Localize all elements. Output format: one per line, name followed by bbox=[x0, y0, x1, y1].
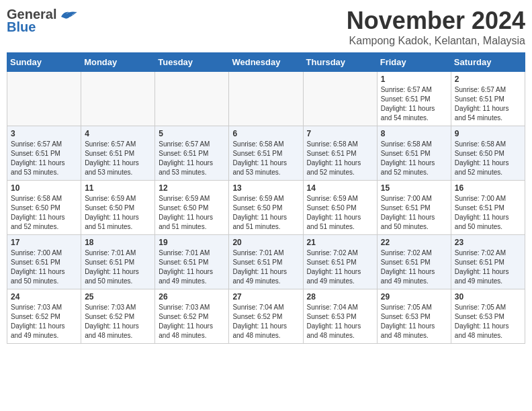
day-info: Sunrise: 7:02 AMSunset: 6:51 PMDaylight:… bbox=[307, 248, 373, 286]
day-number: 11 bbox=[85, 183, 151, 193]
calendar-cell: 4Sunrise: 6:57 AMSunset: 6:51 PMDaylight… bbox=[81, 126, 155, 181]
day-number: 15 bbox=[381, 183, 447, 193]
calendar-cell: 6Sunrise: 6:58 AMSunset: 6:51 PMDaylight… bbox=[229, 126, 303, 181]
location-title: Kampong Kadok, Kelantan, Malaysia bbox=[347, 35, 525, 47]
day-info: Sunrise: 7:04 AMSunset: 6:53 PMDaylight:… bbox=[307, 303, 373, 340]
calendar-week-row: 17Sunrise: 7:00 AMSunset: 6:51 PMDayligh… bbox=[7, 235, 525, 289]
day-number: 24 bbox=[11, 292, 77, 302]
calendar-cell: 30Sunrise: 7:05 AMSunset: 6:53 PMDayligh… bbox=[451, 289, 525, 344]
day-info: Sunrise: 7:03 AMSunset: 6:52 PMDaylight:… bbox=[159, 303, 225, 340]
weekday-header-friday: Friday bbox=[377, 53, 451, 72]
day-number: 5 bbox=[159, 129, 225, 138]
day-number: 16 bbox=[455, 183, 521, 193]
calendar-cell: 2Sunrise: 6:57 AMSunset: 6:51 PMDaylight… bbox=[451, 72, 525, 126]
day-info: Sunrise: 6:57 AMSunset: 6:51 PMDaylight:… bbox=[455, 85, 521, 123]
day-info: Sunrise: 7:01 AMSunset: 6:51 PMDaylight:… bbox=[159, 248, 225, 286]
calendar-cell bbox=[81, 72, 155, 126]
calendar-week-row: 3Sunrise: 6:57 AMSunset: 6:51 PMDaylight… bbox=[7, 126, 525, 181]
day-info: Sunrise: 6:57 AMSunset: 6:51 PMDaylight:… bbox=[381, 85, 447, 123]
day-info: Sunrise: 7:02 AMSunset: 6:51 PMDaylight:… bbox=[455, 248, 521, 286]
day-info: Sunrise: 6:59 AMSunset: 6:50 PMDaylight:… bbox=[232, 194, 299, 232]
day-number: 21 bbox=[307, 238, 373, 247]
day-number: 7 bbox=[307, 129, 373, 138]
calendar-cell: 22Sunrise: 7:02 AMSunset: 6:51 PMDayligh… bbox=[377, 235, 451, 289]
day-number: 23 bbox=[455, 238, 521, 247]
day-info: Sunrise: 7:05 AMSunset: 6:53 PMDaylight:… bbox=[455, 303, 521, 340]
calendar-cell: 25Sunrise: 7:03 AMSunset: 6:52 PMDayligh… bbox=[81, 289, 155, 344]
day-info: Sunrise: 6:58 AMSunset: 6:50 PMDaylight:… bbox=[11, 194, 77, 232]
calendar-table: SundayMondayTuesdayWednesdayThursdayFrid… bbox=[7, 52, 525, 344]
weekday-header-saturday: Saturday bbox=[451, 53, 525, 72]
day-info: Sunrise: 6:57 AMSunset: 6:51 PMDaylight:… bbox=[159, 140, 225, 177]
day-number: 29 bbox=[381, 292, 447, 302]
calendar-cell: 11Sunrise: 6:59 AMSunset: 6:50 PMDayligh… bbox=[81, 181, 155, 235]
day-info: Sunrise: 6:58 AMSunset: 6:50 PMDaylight:… bbox=[455, 140, 521, 177]
day-info: Sunrise: 6:57 AMSunset: 6:51 PMDaylight:… bbox=[11, 140, 77, 177]
day-info: Sunrise: 6:59 AMSunset: 6:50 PMDaylight:… bbox=[159, 194, 225, 232]
day-number: 19 bbox=[159, 238, 225, 247]
calendar-cell: 1Sunrise: 6:57 AMSunset: 6:51 PMDaylight… bbox=[377, 72, 451, 126]
calendar-cell: 21Sunrise: 7:02 AMSunset: 6:51 PMDayligh… bbox=[303, 235, 377, 289]
day-number: 3 bbox=[11, 129, 77, 138]
day-info: Sunrise: 6:58 AMSunset: 6:51 PMDaylight:… bbox=[381, 140, 447, 177]
day-info: Sunrise: 6:57 AMSunset: 6:51 PMDaylight:… bbox=[85, 140, 151, 177]
day-number: 4 bbox=[85, 129, 151, 138]
day-number: 25 bbox=[85, 292, 151, 302]
calendar-cell: 27Sunrise: 7:04 AMSunset: 6:52 PMDayligh… bbox=[229, 289, 303, 344]
day-number: 17 bbox=[11, 238, 77, 247]
calendar-cell bbox=[7, 72, 81, 126]
calendar-cell bbox=[303, 72, 377, 126]
calendar-week-row: 10Sunrise: 6:58 AMSunset: 6:50 PMDayligh… bbox=[7, 181, 525, 235]
day-info: Sunrise: 7:01 AMSunset: 6:51 PMDaylight:… bbox=[232, 248, 299, 286]
calendar-cell: 3Sunrise: 6:57 AMSunset: 6:51 PMDaylight… bbox=[7, 126, 81, 181]
calendar-week-row: 1Sunrise: 6:57 AMSunset: 6:51 PMDaylight… bbox=[7, 72, 525, 126]
page-header: General Blue November 2024 Kampong Kadok… bbox=[7, 7, 525, 47]
weekday-header-tuesday: Tuesday bbox=[155, 53, 229, 72]
day-info: Sunrise: 7:00 AMSunset: 6:51 PMDaylight:… bbox=[455, 194, 521, 232]
logo-blue-text: Blue bbox=[7, 19, 36, 35]
calendar-cell: 5Sunrise: 6:57 AMSunset: 6:51 PMDaylight… bbox=[155, 126, 229, 181]
day-number: 9 bbox=[455, 129, 521, 138]
day-number: 27 bbox=[232, 292, 299, 302]
weekday-header-thursday: Thursday bbox=[303, 53, 377, 72]
logo-bird-icon bbox=[58, 7, 78, 22]
day-info: Sunrise: 7:03 AMSunset: 6:52 PMDaylight:… bbox=[11, 303, 77, 340]
calendar-cell: 23Sunrise: 7:02 AMSunset: 6:51 PMDayligh… bbox=[451, 235, 525, 289]
calendar-cell: 24Sunrise: 7:03 AMSunset: 6:52 PMDayligh… bbox=[7, 289, 81, 344]
calendar-cell: 9Sunrise: 6:58 AMSunset: 6:50 PMDaylight… bbox=[451, 126, 525, 181]
calendar-cell: 28Sunrise: 7:04 AMSunset: 6:53 PMDayligh… bbox=[303, 289, 377, 344]
day-number: 8 bbox=[381, 129, 447, 138]
day-number: 6 bbox=[232, 129, 299, 138]
calendar-header-row: SundayMondayTuesdayWednesdayThursdayFrid… bbox=[7, 53, 525, 72]
calendar-cell: 20Sunrise: 7:01 AMSunset: 6:51 PMDayligh… bbox=[229, 235, 303, 289]
day-number: 2 bbox=[455, 75, 521, 84]
day-info: Sunrise: 6:58 AMSunset: 6:51 PMDaylight:… bbox=[232, 140, 299, 177]
calendar-cell: 19Sunrise: 7:01 AMSunset: 6:51 PMDayligh… bbox=[155, 235, 229, 289]
weekday-header-sunday: Sunday bbox=[7, 53, 81, 72]
calendar-cell: 13Sunrise: 6:59 AMSunset: 6:50 PMDayligh… bbox=[229, 181, 303, 235]
calendar-week-row: 24Sunrise: 7:03 AMSunset: 6:52 PMDayligh… bbox=[7, 289, 525, 344]
calendar-cell: 29Sunrise: 7:05 AMSunset: 6:53 PMDayligh… bbox=[377, 289, 451, 344]
day-number: 26 bbox=[159, 292, 225, 302]
calendar-cell: 26Sunrise: 7:03 AMSunset: 6:52 PMDayligh… bbox=[155, 289, 229, 344]
day-number: 1 bbox=[381, 75, 447, 84]
weekday-header-wednesday: Wednesday bbox=[229, 53, 303, 72]
calendar-cell bbox=[155, 72, 229, 126]
day-number: 12 bbox=[159, 183, 225, 193]
calendar-cell: 17Sunrise: 7:00 AMSunset: 6:51 PMDayligh… bbox=[7, 235, 81, 289]
day-info: Sunrise: 6:59 AMSunset: 6:50 PMDaylight:… bbox=[307, 194, 373, 232]
day-number: 14 bbox=[307, 183, 373, 193]
day-info: Sunrise: 7:02 AMSunset: 6:51 PMDaylight:… bbox=[381, 248, 447, 286]
weekday-header-monday: Monday bbox=[81, 53, 155, 72]
day-info: Sunrise: 7:05 AMSunset: 6:53 PMDaylight:… bbox=[381, 303, 447, 340]
day-number: 30 bbox=[455, 292, 521, 302]
calendar-cell: 12Sunrise: 6:59 AMSunset: 6:50 PMDayligh… bbox=[155, 181, 229, 235]
day-info: Sunrise: 7:00 AMSunset: 6:51 PMDaylight:… bbox=[381, 194, 447, 232]
day-number: 20 bbox=[232, 238, 299, 247]
calendar-cell bbox=[229, 72, 303, 126]
day-info: Sunrise: 6:59 AMSunset: 6:50 PMDaylight:… bbox=[85, 194, 151, 232]
day-info: Sunrise: 7:01 AMSunset: 6:51 PMDaylight:… bbox=[85, 248, 151, 286]
month-title: November 2024 bbox=[347, 7, 525, 35]
logo: General Blue bbox=[7, 7, 78, 35]
calendar-cell: 16Sunrise: 7:00 AMSunset: 6:51 PMDayligh… bbox=[451, 181, 525, 235]
